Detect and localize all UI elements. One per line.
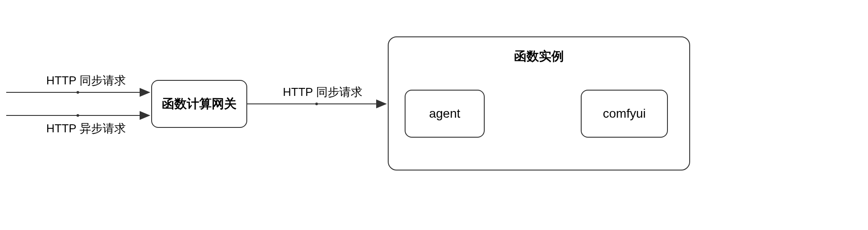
- svg-point-2: [76, 91, 79, 94]
- node-instance-container-label: 函数实例: [389, 48, 689, 65]
- edge-label-http-sync-middle: HTTP 同步请求: [283, 84, 362, 100]
- edge-label-http-async-left: HTTP 异步请求: [46, 121, 126, 136]
- architecture-diagram: HTTP 同步请求 HTTP 异步请求 HTTP 同步请求 函数计算网关 函数实…: [0, 0, 868, 230]
- svg-point-6: [315, 103, 318, 105]
- node-agent: agent: [405, 90, 485, 138]
- svg-point-4: [76, 114, 79, 117]
- node-gateway: 函数计算网关: [151, 80, 247, 128]
- node-comfyui-label: comfyui: [603, 107, 646, 121]
- node-comfyui: comfyui: [581, 90, 668, 138]
- node-agent-label: agent: [429, 107, 460, 121]
- edge-label-http-sync-left: HTTP 同步请求: [46, 73, 126, 88]
- node-gateway-label: 函数计算网关: [162, 95, 237, 112]
